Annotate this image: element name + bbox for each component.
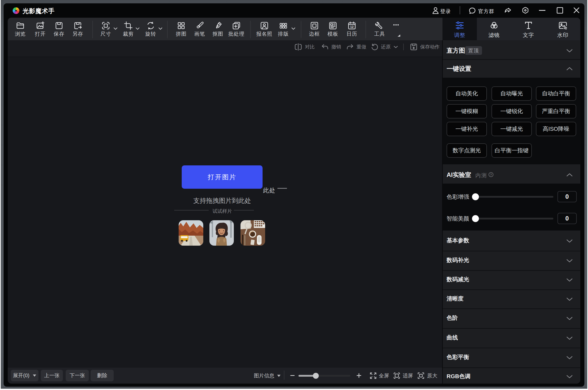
svg-text:12: 12 xyxy=(350,25,354,29)
svg-text:?: ? xyxy=(490,173,492,177)
